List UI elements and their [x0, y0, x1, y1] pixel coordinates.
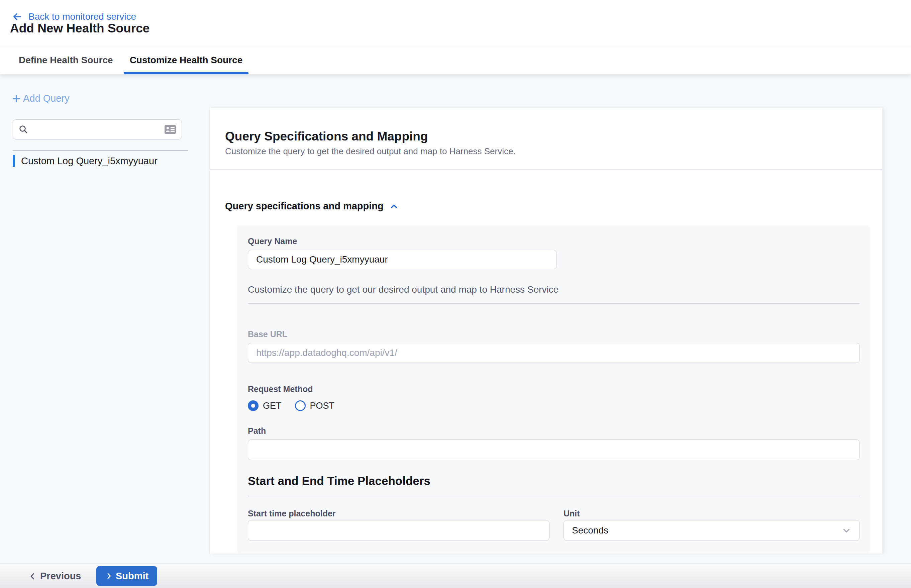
- sidebar-divider: [13, 150, 188, 150]
- base-url-label: Base URL: [248, 330, 287, 339]
- content-area: Add Query Custom Log Query_i5xmyyuaur: [0, 74, 911, 564]
- tab-define-health-source[interactable]: Define Health Source: [13, 46, 119, 74]
- submit-button[interactable]: Submit: [96, 566, 157, 586]
- unit-select[interactable]: Seconds: [564, 520, 860, 541]
- query-item-label: Custom Log Query_i5xmyyuaur: [21, 155, 158, 166]
- panel-subtitle: Customize the query to get the desired o…: [225, 146, 516, 157]
- radio-post[interactable]: [295, 401, 306, 411]
- back-link[interactable]: Back to monitored service: [12, 11, 136, 22]
- address-card-icon[interactable]: [164, 125, 176, 134]
- submit-button-label: Submit: [116, 570, 149, 582]
- panel-title: Query Specifications and Mapping: [225, 129, 428, 144]
- page-header: Back to monitored service Add New Health…: [0, 0, 911, 46]
- radio-get-label[interactable]: GET: [263, 401, 282, 411]
- form-divider-2: [248, 496, 860, 496]
- request-method-group: GET POST: [248, 401, 334, 411]
- search-icon: [18, 124, 28, 134]
- form-divider-1: [248, 303, 860, 304]
- request-method-label: Request Method: [248, 384, 313, 394]
- tab-bar: Define Health Source Customize Health So…: [0, 46, 911, 74]
- start-time-label: Start time placeholder: [248, 509, 336, 519]
- collapsible-section-header[interactable]: Query specifications and mapping: [225, 201, 399, 212]
- query-name-input[interactable]: [248, 250, 557, 269]
- query-name-helper: Customize the query to get our desired o…: [248, 284, 559, 295]
- unit-select-value: Seconds: [572, 525, 608, 536]
- back-arrow-icon: [12, 11, 23, 22]
- tab-customize-health-source[interactable]: Customize Health Source: [124, 46, 249, 74]
- chevron-left-icon: [28, 572, 37, 581]
- base-url-input[interactable]: [248, 343, 860, 363]
- previous-button-label: Previous: [40, 570, 81, 582]
- active-tab-underline: [124, 72, 249, 74]
- chevron-down-icon: [842, 525, 851, 535]
- previous-button[interactable]: Previous: [28, 564, 81, 588]
- tab-label: Customize Health Source: [130, 55, 243, 66]
- add-query-button[interactable]: Add Query: [12, 93, 69, 104]
- selected-query-indicator: [13, 155, 15, 167]
- tab-label: Define Health Source: [19, 55, 113, 66]
- start-time-input[interactable]: [248, 520, 549, 541]
- query-list-item[interactable]: Custom Log Query_i5xmyyuaur: [13, 155, 188, 167]
- query-search-box: [13, 120, 182, 139]
- time-placeholders-heading: Start and End Time Placeholders: [248, 474, 430, 488]
- chevron-right-icon: [105, 572, 113, 580]
- chevron-up-icon[interactable]: [389, 201, 399, 212]
- path-label: Path: [248, 426, 266, 436]
- radio-get[interactable]: [248, 401, 258, 411]
- back-link-label: Back to monitored service: [28, 11, 136, 22]
- search-input[interactable]: [32, 124, 164, 135]
- page-title: Add New Health Source: [10, 21, 150, 36]
- footer-bar: Previous Submit: [0, 564, 911, 588]
- unit-label: Unit: [564, 509, 580, 519]
- path-input[interactable]: [248, 439, 860, 460]
- add-query-label: Add Query: [23, 93, 69, 104]
- screen: Back to monitored service Add New Health…: [0, 0, 911, 588]
- section-label: Query specifications and mapping: [225, 201, 384, 212]
- radio-post-label[interactable]: POST: [310, 401, 335, 411]
- main-panel: Query Specifications and Mapping Customi…: [209, 108, 882, 554]
- query-name-label: Query Name: [248, 236, 297, 246]
- panel-divider: [210, 170, 882, 170]
- plus-icon: [12, 94, 21, 103]
- query-form-card: Query Name Customize the query to get ou…: [237, 225, 870, 554]
